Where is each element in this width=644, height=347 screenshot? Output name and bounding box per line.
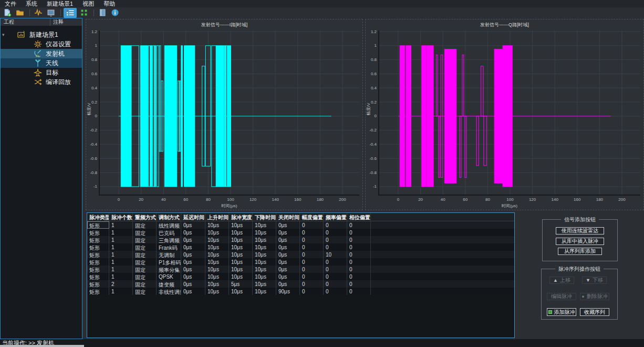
table-cell: 10μs <box>229 221 253 229</box>
table-cell: 0 <box>300 221 324 229</box>
svg-text:-0.4: -0.4 <box>369 142 377 147</box>
tree-expander-icon[interactable]: ▾ <box>2 32 7 37</box>
table-cell: 1 <box>109 273 133 280</box>
table-cell: 10 <box>324 251 347 258</box>
table-cell: 矩形 <box>87 266 109 273</box>
table-cell: 矩形 <box>87 229 109 236</box>
table-cell: 固定 <box>133 229 157 236</box>
table-cell: 矩形 <box>87 280 109 288</box>
table-row[interactable]: 矩形1固定P1多相码0μs10μs10μs10μs0μs000 <box>87 258 514 266</box>
arrow-up-icon: ▲ <box>553 278 558 283</box>
table-cell: 0 <box>324 258 347 266</box>
svg-text:160: 160 <box>574 197 581 202</box>
tree-item-transmitter[interactable]: 发射机 <box>1 49 82 58</box>
svg-text:120: 120 <box>250 197 257 202</box>
table-row[interactable]: 矩形1固定线性调频0μs10μs10μs10μs0μs000 <box>87 221 514 229</box>
svg-text:80: 80 <box>206 197 211 202</box>
menu-file[interactable]: 文件 <box>0 0 21 8</box>
svg-text:-0.6: -0.6 <box>90 156 97 161</box>
table-header-cell: 调制方式 <box>157 213 181 221</box>
table-cell: 0 <box>324 221 347 229</box>
table-cell: 0 <box>324 243 347 251</box>
tree-header: 工程 注释 <box>1 18 82 26</box>
table-cell: 0μs <box>276 229 300 236</box>
btn-insert-pulse-from-lib[interactable]: 从库中插入脉冲 <box>556 238 604 245</box>
table-cell: 0μs <box>181 266 205 273</box>
btn-edit-pulse[interactable]: 编辑脉冲 <box>547 293 576 300</box>
gear-icon <box>33 40 42 48</box>
menu-help[interactable]: 帮助 <box>99 0 120 8</box>
pulse-list-icon[interactable] <box>64 8 77 18</box>
svg-text:140: 140 <box>272 197 279 202</box>
display-icon[interactable] <box>45 8 56 17</box>
menu-system[interactable]: 系统 <box>21 0 42 8</box>
menu-bar: 文件系统新建场景1视图帮助 <box>0 0 644 7</box>
table-cell: 0μs <box>276 280 300 288</box>
button-label: 从序列库添加 <box>564 248 596 255</box>
btn-add-from-sequence-lib[interactable]: 从序列库添加 <box>558 248 602 255</box>
toolbar <box>0 7 644 18</box>
table-header-cell: 延迟时间 <box>181 213 205 221</box>
open-folder-icon[interactable] <box>14 8 25 17</box>
table-cell: 矩形 <box>87 273 109 280</box>
chart-i-channel: 1.210.80.60.40.20-0.2-0.4-0.6-0.8-102040… <box>86 19 363 210</box>
table-row[interactable]: 矩形1固定无调制0μs10μs10μs10μs0μs0100 <box>87 251 514 258</box>
tree-item-target[interactable]: 目标 <box>1 68 82 77</box>
table-cell: 10μs <box>229 243 253 251</box>
table-row[interactable]: 矩形1固定非线性调频0μs10μs10μs10μs90μs000 <box>87 288 514 295</box>
waveform-icon[interactable] <box>33 8 44 17</box>
tree-item-replay[interactable]: 编译回放 <box>1 77 82 87</box>
btn-move-up[interactable]: ▲上移 <box>549 277 574 284</box>
btn-move-down[interactable]: ▼下移 <box>582 277 607 284</box>
table-row[interactable]: 矩形1固定QPSK0μs10μs10μs10μs0μs000 <box>87 273 514 280</box>
table-cell-filler <box>371 288 514 295</box>
table-cell: 0 <box>300 251 324 258</box>
svg-text:200: 200 <box>339 197 346 202</box>
table-cell: 10μs <box>205 236 229 243</box>
svg-text:0: 0 <box>95 114 98 118</box>
tree-item-instrument-settings[interactable]: 仪器设置 <box>1 39 82 49</box>
table-header-cell: 上升时间 <box>205 213 229 221</box>
table-cell: 0μs <box>276 258 300 266</box>
tree-item-antenna[interactable]: 天线 <box>1 58 82 68</box>
table-header-cell: 下降时间 <box>253 213 276 221</box>
table-row[interactable]: 矩形1固定巴克码0μs10μs10μs10μs0μs000 <box>87 229 514 236</box>
table-cell: 10μs <box>253 221 276 229</box>
library-icon[interactable] <box>97 8 108 17</box>
btn-delete-pulse[interactable]: ●删除脉冲 <box>580 293 609 300</box>
grid-dots-icon[interactable] <box>78 8 89 17</box>
table-cell: 1 <box>109 251 133 258</box>
table-cell: 0 <box>347 229 371 236</box>
btn-save-sequence[interactable]: 收藏序列 <box>580 308 609 316</box>
table-cell: 10μs <box>253 266 276 273</box>
table-cell: 0μs <box>181 221 205 229</box>
svg-text:20: 20 <box>418 197 423 202</box>
btn-add-pulse[interactable]: 添加脉冲 <box>547 308 576 316</box>
table-cell: 矩形 <box>87 243 109 251</box>
table-cell: 10μs <box>229 251 253 258</box>
new-file-icon[interactable] <box>2 8 13 17</box>
table-cell-filler <box>371 273 514 280</box>
info-icon[interactable] <box>109 8 120 17</box>
table-cell: 0 <box>300 236 324 243</box>
chart-canvas-i-channel: 1.210.80.60.40.20-0.2-0.4-0.6-0.8-102040… <box>86 19 362 210</box>
table-row[interactable]: 矩形1固定Frank码0μs10μs10μs10μs0μs000 <box>87 243 514 251</box>
table-header-cell: 脉冲宽度 <box>229 213 253 221</box>
table-row[interactable]: 矩形1固定频率分集0μs10μs10μs10μs0μs000 <box>87 266 514 273</box>
menu-scene[interactable]: 新建场景1 <box>42 0 78 8</box>
table-cell: 10μs <box>205 243 229 251</box>
table-row[interactable]: 矩形2固定捷变频0μs10μs5μs10μs0μs000 <box>87 280 514 288</box>
table-cell: 1 <box>109 258 133 266</box>
svg-text:60: 60 <box>463 197 468 202</box>
table-row[interactable]: 矩形1固定三角调频0μs10μs10μs10μs0μs000 <box>87 236 514 243</box>
table-cell: 0 <box>300 273 324 280</box>
arrow-down-icon: ▼ <box>586 278 590 283</box>
svg-text:80: 80 <box>485 197 490 202</box>
table-cell: 无调制 <box>157 251 181 258</box>
btn-use-cw-radar[interactable]: 使用连续波雷达 <box>556 227 604 234</box>
svg-text:120: 120 <box>529 197 536 202</box>
svg-text:0.4: 0.4 <box>91 86 98 90</box>
tree-item-scene[interactable]: ▾新建场景1 <box>1 30 82 39</box>
tree-item-label: 仪器设置 <box>46 40 71 49</box>
menu-view[interactable]: 视图 <box>78 0 99 8</box>
